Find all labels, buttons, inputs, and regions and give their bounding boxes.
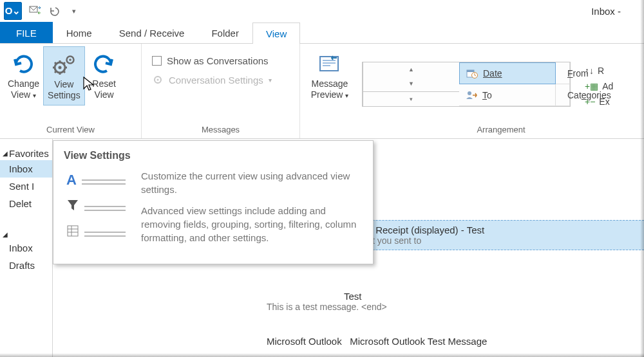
outlook-icon: O⌄ bbox=[4, 2, 22, 20]
chevron-down-icon[interactable]: ▼ bbox=[363, 77, 459, 91]
message-from: Microsoft Outlook bbox=[267, 336, 342, 347]
arrangement-gallery[interactable]: Date From To Categories ▲ ▼ ▾ bbox=[362, 62, 571, 107]
svg-rect-28 bbox=[68, 226, 78, 236]
folder-nav: ◢Favorites Inbox Sent I Delet ◢ Inbox Dr… bbox=[0, 139, 53, 357]
view-settings-label: View Settings bbox=[48, 79, 80, 101]
checkbox-icon bbox=[152, 56, 162, 66]
message-preview-button[interactable]: Message Preview ▾ bbox=[304, 46, 355, 104]
expand-collapse-button[interactable]: +−Ex bbox=[585, 96, 613, 107]
nav-deleted[interactable]: Delet bbox=[0, 195, 52, 212]
message-subject: Test bbox=[344, 291, 644, 302]
change-view-label: Change View ▾ bbox=[8, 78, 39, 100]
tooltip-illustration: A bbox=[64, 169, 128, 252]
reverse-sort-button[interactable]: ↑↓R bbox=[585, 66, 613, 76]
reset-view-button[interactable]: Reset View bbox=[85, 46, 124, 104]
favorites-header[interactable]: ◢Favorites bbox=[0, 145, 52, 160]
tab-folder[interactable]: Folder bbox=[198, 22, 252, 43]
tab-home[interactable]: Home bbox=[53, 22, 106, 43]
calendar-clock-icon bbox=[466, 68, 478, 78]
arrange-date[interactable]: Date bbox=[459, 62, 556, 84]
arrange-to[interactable]: To bbox=[459, 84, 556, 106]
svg-line-10 bbox=[64, 62, 65, 64]
gallery-expand-icon[interactable]: ▾ bbox=[363, 91, 459, 106]
gallery-spinner[interactable]: ▲ ▼ ▾ bbox=[363, 62, 459, 106]
undo-icon[interactable] bbox=[46, 3, 63, 19]
show-conversations-label: Show as Conversations bbox=[167, 55, 269, 66]
qat-customize-icon[interactable]: ▾ bbox=[66, 3, 82, 19]
message-row[interactable]: Test This is a test message. <end> bbox=[279, 287, 644, 316]
svg-point-23 bbox=[468, 91, 471, 95]
svg-point-12 bbox=[70, 59, 72, 61]
funnel-icon bbox=[66, 199, 79, 214]
svg-point-14 bbox=[157, 79, 159, 81]
svg-point-2 bbox=[59, 66, 62, 69]
message-preview-label: Message Preview ▾ bbox=[311, 78, 349, 100]
message-preview-text: This is a test message. <end> bbox=[267, 302, 644, 312]
ribbon-tabs: FILE Home Send / Receive Folder View bbox=[0, 22, 644, 44]
tab-send-receive[interactable]: Send / Receive bbox=[106, 22, 198, 43]
view-settings-tooltip: View Settings A Customize the current vi… bbox=[53, 140, 374, 264]
tooltip-desc-2: Advanced view settings include adding an… bbox=[141, 204, 363, 244]
group-label-current-view: Current View bbox=[4, 122, 137, 138]
change-view-button[interactable]: Change View ▾ bbox=[4, 46, 43, 104]
show-conversations-checkbox[interactable]: Show as Conversations bbox=[152, 55, 289, 66]
tab-file[interactable]: FILE bbox=[0, 22, 53, 43]
arrange-categories[interactable]: Categories bbox=[556, 84, 570, 106]
add-columns-button[interactable]: +▦Ad bbox=[585, 81, 613, 91]
conversation-settings-button: Conversation Settings▾ bbox=[152, 74, 289, 86]
message-subject: Return Receipt (displayed) - Test bbox=[344, 224, 644, 235]
group-label-arrangement: Arrangement bbox=[362, 122, 640, 138]
view-settings-button[interactable]: View Settings bbox=[43, 46, 85, 105]
nav-inbox-2[interactable]: Inbox bbox=[0, 239, 52, 257]
message-preview-icon bbox=[317, 50, 342, 78]
sort-arrows-icon: ↑↓ bbox=[585, 66, 594, 76]
gear-disabled-icon bbox=[152, 74, 165, 86]
window-title: Inbox - bbox=[85, 6, 640, 17]
svg-line-9 bbox=[55, 71, 56, 73]
account-header[interactable]: ◢ bbox=[0, 228, 52, 239]
nav-drafts[interactable]: Drafts bbox=[0, 257, 52, 274]
arrange-from[interactable]: From bbox=[556, 62, 570, 84]
svg-line-8 bbox=[64, 71, 65, 73]
qat-send-receive-icon[interactable] bbox=[27, 3, 44, 19]
expand-icon: +− bbox=[585, 96, 595, 107]
ribbon: Change View ▾ View Settings Reset View C… bbox=[0, 44, 644, 139]
title-bar: O⌄ ▾ Inbox - bbox=[0, 0, 644, 22]
columns-icon bbox=[66, 224, 79, 240]
group-label-messages: Messages bbox=[146, 122, 296, 138]
add-columns-icon: +▦ bbox=[585, 81, 598, 91]
tab-view[interactable]: View bbox=[252, 23, 300, 44]
gears-icon bbox=[51, 51, 77, 79]
tooltip-desc-1: Customize the current view using advance… bbox=[141, 169, 363, 196]
nav-inbox[interactable]: Inbox bbox=[0, 160, 52, 178]
ribbon-overflow-column: ↑↓R +▦Ad +−Ex bbox=[578, 62, 613, 107]
font-icon: A bbox=[66, 172, 77, 188]
change-view-icon bbox=[12, 50, 35, 78]
chevron-up-icon[interactable]: ▲ bbox=[363, 62, 459, 77]
nav-sent[interactable]: Sent I bbox=[0, 178, 52, 195]
message-row[interactable]: Microsoft Outlook Microsoft Outlook Test… bbox=[279, 332, 644, 351]
svg-line-7 bbox=[55, 62, 56, 64]
tooltip-title: View Settings bbox=[64, 150, 363, 161]
reset-view-label: Reset View bbox=[92, 78, 116, 100]
to-icon bbox=[466, 90, 477, 100]
reset-icon bbox=[93, 50, 116, 78]
svg-rect-20 bbox=[467, 70, 474, 72]
message-subject: Microsoft Outlook Test Message bbox=[350, 336, 487, 347]
